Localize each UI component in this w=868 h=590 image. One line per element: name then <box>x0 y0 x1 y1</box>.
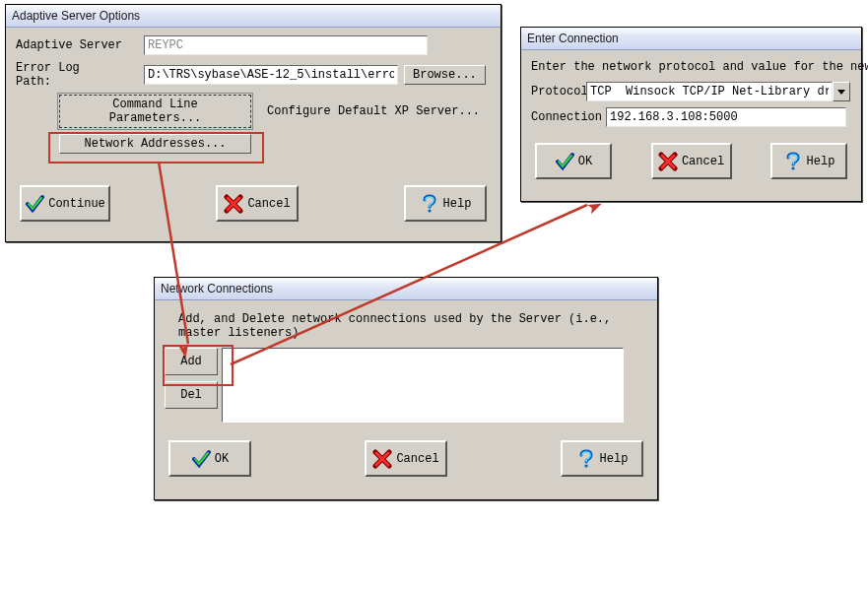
error-log-field[interactable] <box>144 65 398 85</box>
connection-field[interactable] <box>606 107 846 127</box>
cross-icon <box>224 194 243 214</box>
check-icon <box>555 152 574 171</box>
network-connections-window: Network Connections Add, and Delete netw… <box>154 277 658 500</box>
ok-button[interactable]: OK <box>535 143 612 179</box>
help-button[interactable]: Help <box>561 440 643 477</box>
cross-icon <box>372 449 392 469</box>
add-button[interactable]: Add <box>165 348 218 375</box>
question-icon <box>420 194 439 214</box>
cross-icon <box>658 152 678 171</box>
command-line-params-button[interactable]: Command Line Parameters... <box>59 95 251 128</box>
net-conn-description: Add, and Delete network connections used… <box>178 312 647 340</box>
protocol-dropdown[interactable] <box>586 82 833 101</box>
help-button[interactable]: Help <box>404 185 487 222</box>
window-title: Network Connections <box>155 278 657 300</box>
enter-conn-description: Enter the network protocol and value for… <box>531 60 851 74</box>
title-text: Enter Connection <box>527 32 619 45</box>
adaptive-server-options-window: Adaptive Server Options Adaptive Server … <box>5 4 501 242</box>
title-text: Network Connections <box>161 282 273 295</box>
cancel-button[interactable]: Cancel <box>365 440 447 477</box>
continue-button[interactable]: Continue <box>20 185 110 222</box>
question-icon <box>576 449 596 469</box>
cancel-button[interactable]: Cancel <box>651 143 732 179</box>
adaptive-server-field[interactable] <box>144 35 428 55</box>
error-log-label: Error Log Path: <box>16 61 144 89</box>
dropdown-arrow-icon[interactable] <box>833 82 850 101</box>
browse-button[interactable]: Browse... <box>404 65 486 85</box>
question-icon <box>783 152 803 171</box>
check-icon <box>25 194 44 214</box>
connections-listbox[interactable] <box>222 348 624 423</box>
help-button[interactable]: Help <box>770 143 847 179</box>
window-title: Enter Connection <box>521 28 861 50</box>
enter-connection-window: Enter Connection Enter the network proto… <box>520 27 862 202</box>
configure-xp-server-button[interactable]: Configure Default XP Server... <box>267 102 480 120</box>
cancel-button[interactable]: Cancel <box>216 185 299 222</box>
check-icon <box>191 449 211 469</box>
network-addresses-button[interactable]: Network Addresses... <box>59 134 251 154</box>
adaptive-server-label: Adaptive Server <box>16 38 144 52</box>
protocol-label: Protocol <box>531 85 586 98</box>
title-text: Adaptive Server Options <box>12 9 140 23</box>
window-title: Adaptive Server Options <box>6 5 501 28</box>
connection-label: Connection <box>531 110 606 124</box>
del-button[interactable]: Del <box>165 381 218 409</box>
ok-button[interactable]: OK <box>168 440 251 477</box>
